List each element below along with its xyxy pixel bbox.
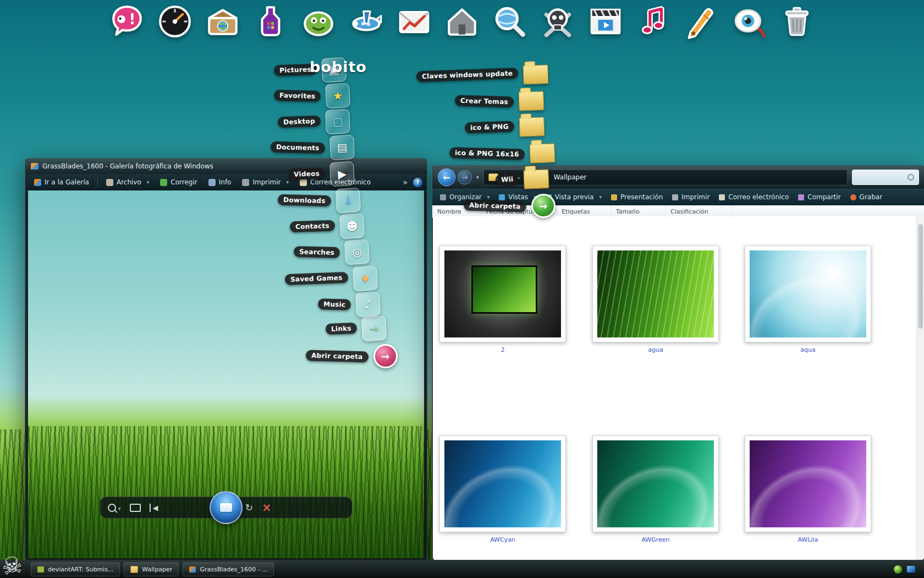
rotate-right-button[interactable] (245, 502, 253, 513)
column-etiquetas[interactable]: Etiquetas (557, 205, 611, 217)
green-creature-icon (300, 3, 337, 40)
toolbar-grabar[interactable]: Grabar (850, 193, 883, 201)
dock-item-music[interactable] (635, 3, 672, 46)
dock-item-search[interactable] (492, 3, 528, 46)
file-name: aqua (745, 346, 871, 353)
back-button[interactable]: ← (438, 168, 455, 186)
dock-item-chat[interactable]: ! (109, 3, 145, 46)
file-item[interactable]: aqua (745, 246, 871, 353)
documents-icon: ▤ (329, 135, 355, 160)
dock-item-dial[interactable] (157, 3, 193, 46)
column-clasificacion[interactable]: Clasificación (666, 205, 732, 217)
fit-screen-icon (130, 504, 141, 512)
vertical-scrollbar[interactable] (916, 216, 924, 560)
stack-item-open-folder[interactable]: Abrir carpeta → (306, 344, 398, 368)
stack-item-crear-temas[interactable]: Crear Temas (455, 91, 544, 111)
thumbnail-frame (745, 435, 871, 532)
help-button[interactable]: ? (413, 178, 422, 187)
file-item[interactable]: AWCyan (439, 435, 566, 543)
history-chevron-icon[interactable]: ▾ (476, 175, 479, 180)
toy-plane-icon (348, 3, 384, 40)
stack-item-downloads[interactable]: Downloads ↓ (278, 188, 360, 212)
thumbnail-image (444, 440, 561, 527)
menu-item-back-to-gallery[interactable]: Ir a la Galería (30, 176, 94, 188)
dock-item-home[interactable] (444, 3, 480, 46)
stack-item-music[interactable]: Music ♪ (318, 292, 380, 317)
fit-to-window-button[interactable] (130, 504, 141, 512)
dock-item-movies[interactable] (587, 3, 624, 46)
previous-button[interactable] (150, 504, 158, 512)
taskbar-button-wallpaper[interactable]: Wallpaper (124, 562, 179, 576)
music-note-icon: ♪ (355, 292, 381, 317)
stack-item-open-folder-right[interactable]: Abrir carpeta → (464, 194, 556, 218)
search-input[interactable] (852, 170, 919, 185)
dock-item-trash[interactable] (779, 3, 815, 46)
thumbnail-image (597, 250, 714, 337)
stack-owner-label: bobito (310, 58, 367, 75)
taskbar-button-deviantart[interactable]: deviantART: Submis... (31, 562, 120, 576)
stack-item-saved-games[interactable]: Saved Games ♦ (285, 266, 377, 291)
thumbnail-image (597, 440, 714, 527)
saved-games-icon: ♦ (352, 266, 377, 291)
stack-item-ico-png[interactable]: ico & PNG (465, 117, 544, 137)
tray-update-icon[interactable] (894, 565, 902, 574)
toolbar-compartir[interactable]: Compartir (798, 193, 840, 201)
thumbnail-frame (592, 246, 719, 342)
taskbar-button-grassblades[interactable]: GrassBlades_1600 - ... (183, 562, 274, 576)
file-item[interactable]: agua (592, 246, 719, 353)
file-item[interactable]: AWLila (745, 435, 871, 543)
dock-item-mail[interactable] (396, 3, 432, 46)
music-note-icon (635, 3, 672, 40)
menu-item-info[interactable]: Info (204, 176, 236, 188)
menu-overflow-button[interactable]: » (399, 178, 411, 187)
searches-magnifier-icon: ◎ (344, 239, 370, 265)
email-icon (719, 194, 725, 200)
dock-item-eye[interactable] (731, 3, 767, 46)
breadcrumb-crumb[interactable]: Wallpaper (551, 172, 589, 182)
open-folder-arrow-icon: → (531, 194, 556, 218)
tray-display-icon[interactable] (907, 566, 915, 572)
stack-item-documents[interactable]: Documents ▤ (271, 135, 354, 160)
gallery-playback-bar (100, 497, 353, 519)
dock-item-skull[interactable] (540, 3, 576, 46)
toolbar-presentacion[interactable]: Presentación (611, 193, 663, 201)
gallery-menubar: Ir a la Galería Archivo Corregir Info Im… (25, 174, 427, 191)
stack-item-favorites[interactable]: Favorites ★ (274, 84, 350, 108)
stack-item-wii[interactable]: Wii (496, 170, 549, 189)
column-tamano[interactable]: Tamaño (611, 205, 666, 217)
magnifier-icon (108, 504, 116, 512)
slideshow-button[interactable] (210, 491, 243, 524)
stack-item-contacts[interactable]: Contacts ☻ (290, 214, 364, 238)
dock-item-plane[interactable] (348, 3, 384, 46)
slideshow-screen-icon (220, 503, 232, 512)
dock-item-package[interactable] (205, 3, 241, 46)
toolbar-correo[interactable]: Correo electrónico (719, 193, 789, 201)
photo-gallery-titlebar[interactable]: GrassBlades_1600 - Galería fotográfica d… (25, 159, 427, 174)
forward-button[interactable]: → (458, 170, 472, 184)
scrollbar-thumb[interactable] (918, 224, 923, 329)
menu-item-archivo[interactable]: Archivo (102, 176, 153, 188)
downloads-arrow-icon: ↓ (336, 188, 361, 213)
pen-icon (683, 3, 719, 40)
zoom-button[interactable] (108, 503, 121, 512)
dock-item-creature[interactable] (300, 3, 337, 46)
dock-item-potion[interactable] (252, 3, 289, 46)
delete-button[interactable] (262, 501, 272, 514)
dock-item-pen[interactable] (683, 3, 719, 46)
menu-item-imprimir[interactable]: Imprimir (238, 176, 293, 188)
menu-item-corregir[interactable]: Corregir (156, 176, 201, 188)
stack-item-ico-png-16[interactable]: ico & PNG 16x16 (449, 144, 555, 163)
toolbar-imprimir[interactable]: Imprimir (672, 193, 710, 201)
stack-item-searches[interactable]: Searches ◎ (294, 240, 369, 264)
thumbnail-image (750, 250, 866, 337)
file-item[interactable]: 2 (439, 246, 566, 353)
stack-item-links[interactable]: Links → (326, 317, 386, 341)
potion-windows-icon (252, 3, 289, 40)
burn-disc-icon (850, 194, 856, 200)
folder-icon (529, 143, 555, 163)
stack-item-claves-windows-update[interactable]: Claves windows update (416, 65, 548, 84)
stack-item-desktop[interactable]: Desktop ▢ (278, 110, 350, 134)
file-item[interactable]: AWGreen (592, 435, 719, 543)
stack-item-videos[interactable]: Videos ▶ (288, 162, 354, 186)
thumbnail-frame (745, 246, 871, 342)
